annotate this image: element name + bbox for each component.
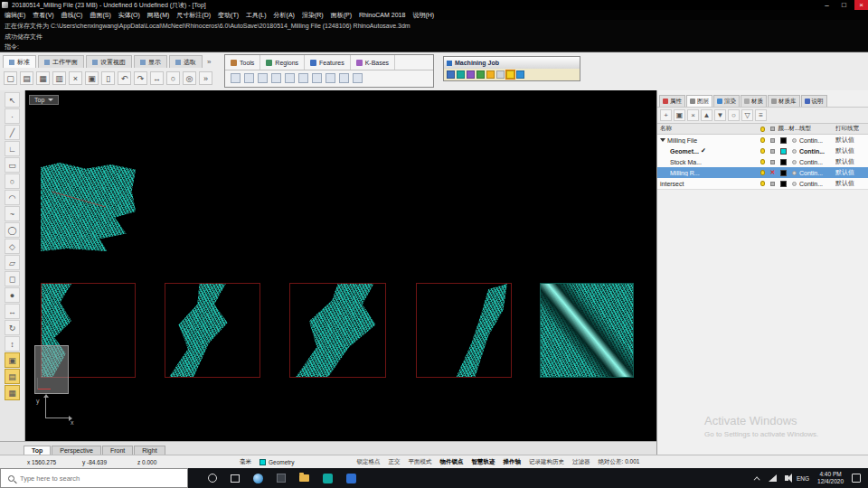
close-button[interactable]: × <box>854 0 868 10</box>
layer-row-intersect[interactable]: intersect Contin... 默认值 <box>657 178 868 189</box>
new-file-icon[interactable]: ▢ <box>4 71 17 85</box>
toggle-record-history[interactable]: 记录建构历史 <box>529 458 564 466</box>
drive-region-4[interactable] <box>416 283 512 378</box>
layer-color-swatch[interactable] <box>780 181 787 187</box>
network-icon[interactable] <box>769 474 777 482</box>
toggle-ortho[interactable]: 正交 <box>389 458 401 466</box>
menu-edit[interactable]: 编辑(E) <box>5 11 25 20</box>
pointer-icon[interactable]: ↖ <box>5 92 20 108</box>
tab-select[interactable]: 选取 <box>169 55 203 68</box>
polygon-icon[interactable]: ◇ <box>5 239 20 254</box>
copy-icon[interactable]: ▣ <box>85 71 99 85</box>
tab-kbases[interactable]: K-Bases <box>351 55 395 70</box>
layer-print-width[interactable]: 默认值 <box>835 136 868 145</box>
cam-simulate-icon[interactable]: ▦ <box>5 385 20 400</box>
cam-tool-icon[interactable] <box>285 73 295 83</box>
cam-tool-icon[interactable] <box>312 73 322 83</box>
delete-layer-icon[interactable]: × <box>687 109 699 121</box>
layer-on-icon[interactable] <box>760 148 765 154</box>
cam-setup-icon[interactable]: ▤ <box>5 369 20 384</box>
app-icon-blue[interactable] <box>346 474 356 483</box>
layer-linetype[interactable]: Contin... <box>799 159 835 165</box>
move-up-icon[interactable]: ▲ <box>701 109 712 121</box>
cam-tool-icon[interactable] <box>244 73 254 83</box>
polyline-icon[interactable]: ∟ <box>5 141 20 156</box>
menu-dimension[interactable]: 尺寸标注(D) <box>176 11 211 20</box>
layer-lock-icon[interactable] <box>770 138 775 143</box>
layer-row-stock-material[interactable]: Stock Ma... Contin... 默认值 <box>657 156 868 167</box>
menu-curve[interactable]: 曲线(C) <box>61 11 83 20</box>
tray-expand-icon[interactable] <box>754 476 760 483</box>
volume-icon[interactable] <box>785 475 788 481</box>
curve-icon[interactable]: ~ <box>5 206 20 221</box>
tab-notes[interactable]: 说明 <box>801 95 827 107</box>
machining-op-icon-selected[interactable] <box>506 70 514 79</box>
pan-icon[interactable]: ↔ <box>150 71 164 85</box>
menu-help[interactable]: 说明(H) <box>412 11 434 20</box>
arc-icon[interactable]: ◠ <box>5 190 20 205</box>
menu-mesh[interactable]: 网格(M) <box>147 11 170 20</box>
point-icon[interactable]: · <box>5 108 20 124</box>
line-icon[interactable]: ╱ <box>5 125 20 140</box>
taskbar-search[interactable] <box>0 468 188 488</box>
layer-print-width[interactable]: 默认值 <box>835 146 868 155</box>
toggle-planar[interactable]: 平面模式 <box>409 458 432 466</box>
tab-material[interactable]: 材质 <box>741 95 767 107</box>
layer-color-swatch[interactable] <box>780 159 787 165</box>
machining-op-icon[interactable] <box>476 70 485 79</box>
new-sublayer-icon[interactable]: ▣ <box>674 109 685 121</box>
app-icon-dark[interactable] <box>277 474 286 483</box>
viewport-top[interactable]: Top y x <box>25 90 656 441</box>
cam-tool-icon[interactable] <box>258 73 268 83</box>
toggle-gumball[interactable]: 操作轴 <box>504 458 522 466</box>
mesh-patch-stock[interactable] <box>41 163 136 251</box>
cam-tool-icon[interactable]: ▣ <box>5 352 20 368</box>
tab-material-library[interactable]: 材质库 <box>768 95 800 107</box>
layer-lock-icon[interactable] <box>770 182 775 186</box>
machining-op-icon[interactable] <box>447 70 455 79</box>
menu-view[interactable]: 查看(V) <box>33 11 53 20</box>
layer-color-swatch[interactable] <box>780 148 787 155</box>
layer-material-icon[interactable] <box>792 149 797 154</box>
layer-on-icon[interactable] <box>760 181 765 186</box>
layer-on-icon[interactable] <box>760 170 765 175</box>
rhino-taskbar-icon[interactable] <box>323 474 333 483</box>
tab-features[interactable]: Features <box>305 55 351 70</box>
new-layer-icon[interactable]: + <box>660 109 672 121</box>
layer-linetype[interactable]: Contin... <box>799 137 835 144</box>
layer-color-swatch[interactable] <box>780 170 787 176</box>
layer-row-milling-region-selected[interactable]: Milling R... ✕ Contin... 默认值 <box>657 167 868 178</box>
collapse-icon[interactable] <box>660 138 665 142</box>
sphere-icon[interactable]: ● <box>5 287 20 303</box>
file-explorer-icon[interactable] <box>299 474 309 482</box>
box-icon[interactable]: ◻ <box>5 271 20 286</box>
layer-lock-icon[interactable] <box>770 160 775 164</box>
match-layer-icon[interactable]: ○ <box>728 109 740 121</box>
tab-cplane[interactable]: 工作平面 <box>38 55 84 68</box>
layer-color-swatch[interactable] <box>780 137 787 144</box>
layer-material-icon[interactable] <box>792 160 797 164</box>
menu-surface[interactable]: 曲面(S) <box>90 11 110 20</box>
units-label[interactable]: 毫米 <box>240 458 251 466</box>
cam-tool-icon[interactable] <box>271 73 281 83</box>
open-file-icon[interactable]: ▤ <box>20 71 33 85</box>
more-icon[interactable]: » <box>199 71 212 85</box>
save-icon[interactable]: ▦ <box>36 71 50 85</box>
layer-material-icon[interactable] <box>792 182 797 186</box>
scale-icon[interactable]: ↕ <box>5 336 20 352</box>
current-layer-indicator[interactable]: Geometry <box>259 459 295 465</box>
machining-op-icon[interactable] <box>457 70 465 79</box>
print-icon[interactable]: ▥ <box>52 71 66 85</box>
taskbar-clock[interactable]: 4:40 PM 12/4/2020 <box>817 471 844 485</box>
toggle-osnap[interactable]: 物件锁点 <box>440 458 464 466</box>
layer-on-icon[interactable] <box>760 159 765 164</box>
menu-analyze[interactable]: 分析(A) <box>274 11 295 20</box>
notification-center-icon[interactable] <box>852 474 861 483</box>
toggle-filter[interactable]: 过滤器 <box>572 458 590 466</box>
machining-op-icon[interactable] <box>516 70 524 79</box>
cam-tool-icon[interactable] <box>353 73 363 83</box>
search-input[interactable] <box>20 474 156 483</box>
layer-row-milling-file[interactable]: Milling File Contin... 默认值 <box>657 135 868 145</box>
cortana-icon[interactable] <box>208 474 217 483</box>
machining-op-icon[interactable] <box>486 70 495 79</box>
